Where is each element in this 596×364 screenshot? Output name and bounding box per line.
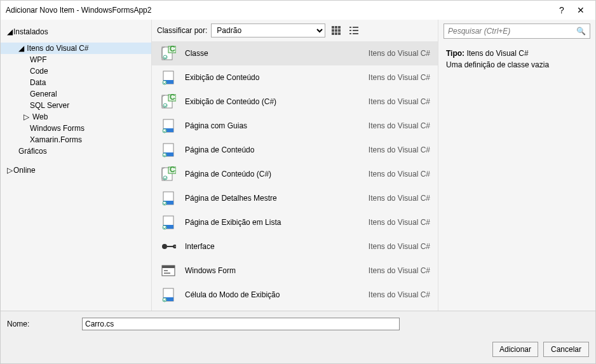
template-category: Itens do Visual C#	[348, 170, 430, 179]
chevron-right-icon: ▷	[24, 112, 30, 121]
svg-rect-13	[349, 33, 351, 34]
template-item[interactable]: InterfaceItens do Visual C#	[152, 234, 438, 259]
sidebar-graficos[interactable]: Gráficos	[1, 145, 151, 157]
add-button[interactable]: Adicionar	[492, 342, 538, 357]
template-category: Itens do Visual C#	[348, 290, 430, 299]
svg-rect-11	[349, 30, 351, 31]
svg-rect-48	[164, 273, 170, 274]
template-panel: Classificar por: Padrão C#ClasseItens do…	[152, 20, 438, 311]
sidebar-item-code[interactable]: Code	[1, 65, 151, 77]
template-category: Itens do Visual C#	[348, 242, 430, 251]
list-icon	[349, 26, 358, 35]
cs-icon: C#	[159, 165, 177, 183]
sort-dropdown[interactable]: Padrão	[211, 24, 325, 37]
template-name: Página de Detalhes Mestre	[185, 194, 340, 203]
template-category: Itens do Visual C#	[348, 97, 430, 106]
name-input[interactable]	[82, 318, 400, 330]
template-category: Itens do Visual C#	[348, 121, 430, 130]
sidebar-graficos-label: Gráficos	[18, 147, 47, 156]
view-list-button[interactable]	[347, 24, 361, 37]
sidebar-item-data[interactable]: Data	[1, 77, 151, 88]
template-item[interactable]: Página de ConteúdoItens do Visual C#	[152, 138, 438, 162]
page-icon	[159, 69, 177, 86]
main-area: ◢ Instalados ◢ Itens do Visual C# WPFCod…	[1, 20, 595, 311]
svg-rect-5	[338, 29, 341, 32]
template-item[interactable]: C#ClasseItens do Visual C#	[152, 41, 438, 65]
page-icon	[159, 117, 177, 135]
chevron-down-icon: ◢	[7, 27, 13, 36]
template-item[interactable]: Página de Detalhes MestreItens do Visual…	[152, 186, 438, 210]
svg-rect-2	[338, 26, 341, 29]
template-item[interactable]: C#Exibição de Conteúdo (C#)Itens do Visu…	[152, 90, 438, 114]
close-button[interactable]: ✕	[571, 5, 590, 15]
template-category: Itens do Visual C#	[348, 194, 430, 203]
help-button[interactable]: ?	[552, 5, 571, 15]
sidebar-item-windows-forms[interactable]: Windows Forms	[1, 123, 151, 134]
template-name: Célula do Modo de Exibição	[185, 290, 340, 299]
sidebar-online[interactable]: ▷ Online	[1, 163, 151, 177]
svg-rect-47	[164, 270, 168, 271]
sort-label: Classificar por:	[157, 26, 207, 35]
sidebar-item-web[interactable]: ▷Web	[1, 111, 151, 123]
sidebar-item-sql-server[interactable]: SQL Server	[1, 100, 151, 111]
svg-text:C#: C#	[170, 46, 176, 53]
svg-text:C#: C#	[170, 166, 176, 174]
template-name: Windows Form	[185, 266, 340, 275]
sidebar-visual-csharp[interactable]: ◢ Itens do Visual C#	[1, 43, 151, 54]
svg-rect-46	[162, 266, 175, 268]
sidebar-installed[interactable]: ◢ Instalados	[1, 25, 151, 39]
window-title: Adicionar Novo Item - WindowsFormsApp2	[6, 6, 552, 15]
sidebar-item-wpf[interactable]: WPF	[1, 54, 151, 65]
svg-rect-1	[335, 26, 337, 29]
template-item[interactable]: Windows FormItens do Visual C#	[152, 259, 438, 283]
template-item[interactable]: Célula do Modo de ExibiçãoItens do Visua…	[152, 283, 438, 307]
svg-rect-3	[332, 29, 334, 32]
template-item[interactable]: Exibição de ConteúdoItens do Visual C#	[152, 65, 438, 90]
sidebar-item-xamarin-forms[interactable]: Xamarin.Forms	[1, 134, 151, 145]
footer: Nome: Adicionar Cancelar	[1, 311, 595, 363]
svg-rect-14	[353, 33, 358, 34]
search-box[interactable]: 🔍	[444, 24, 590, 39]
svg-rect-4	[335, 29, 337, 32]
chevron-down-icon: ◢	[18, 44, 25, 53]
svg-rect-8	[338, 32, 341, 35]
template-name: Página com Guias	[185, 121, 340, 130]
svg-point-42	[162, 244, 167, 249]
type-value: Itens do Visual C#	[466, 49, 528, 58]
iface-icon	[159, 238, 177, 255]
sort-bar: Classificar por: Padrão	[152, 20, 438, 41]
grid-icon	[332, 26, 341, 35]
template-list[interactable]: C#ClasseItens do Visual C#Exibição de Co…	[152, 41, 438, 311]
template-category: Itens do Visual C#	[348, 73, 430, 82]
details-panel: 🔍 Tipo: Itens do Visual C# Uma definição…	[438, 20, 595, 311]
title-bar: Adicionar Novo Item - WindowsFormsApp2 ?…	[1, 1, 595, 20]
template-item[interactable]: Página com GuiasItens do Visual C#	[152, 114, 438, 138]
search-icon[interactable]: 🔍	[576, 27, 586, 36]
name-label: Nome:	[7, 320, 77, 328]
sidebar-online-label: Online	[13, 166, 36, 175]
cs-icon: C#	[159, 44, 177, 62]
sidebar-installed-label: Instalados	[13, 27, 48, 36]
view-icons-button[interactable]	[329, 24, 343, 37]
template-name: Exibição de Conteúdo	[185, 73, 340, 82]
template-item[interactable]: Página de Exibição em ListaItens do Visu…	[152, 210, 438, 234]
svg-rect-12	[353, 30, 358, 31]
sidebar-visual-csharp-label: Itens do Visual C#	[27, 44, 88, 53]
cancel-button[interactable]: Cancelar	[543, 342, 589, 357]
page-icon	[159, 286, 177, 304]
svg-rect-6	[332, 32, 334, 35]
page-icon	[159, 189, 177, 207]
svg-rect-0	[332, 26, 334, 29]
template-name: Exibição de Conteúdo (C#)	[185, 97, 340, 106]
template-name: Classe	[185, 49, 340, 58]
template-category: Itens do Visual C#	[348, 145, 430, 154]
category-sidebar: ◢ Instalados ◢ Itens do Visual C# WPFCod…	[1, 20, 152, 311]
search-input[interactable]	[448, 27, 576, 36]
template-item[interactable]: C#Página de Conteúdo (C#)Itens do Visual…	[152, 162, 438, 186]
template-category: Itens do Visual C#	[348, 218, 430, 227]
svg-rect-9	[349, 27, 351, 28]
description-text: Uma definição de classe vazia	[446, 60, 588, 69]
template-description: Tipo: Itens do Visual C# Uma definição d…	[438, 43, 595, 78]
sidebar-item-general[interactable]: General	[1, 88, 151, 100]
page-icon	[159, 213, 177, 231]
